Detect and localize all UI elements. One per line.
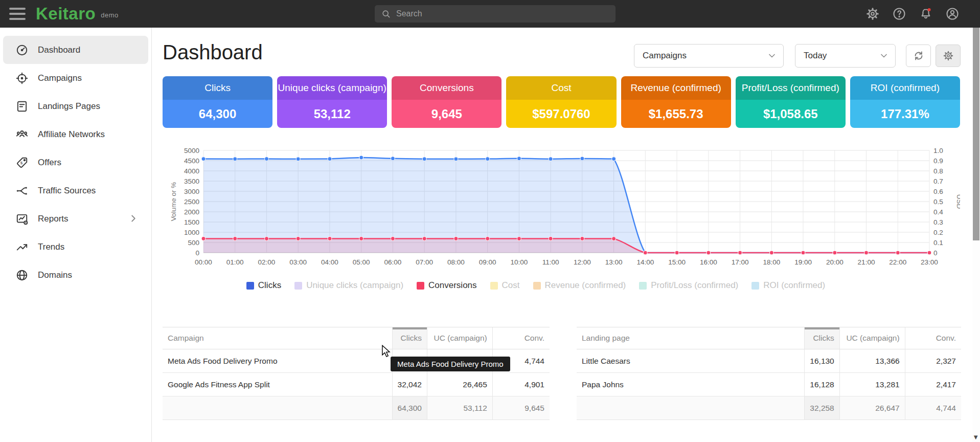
- svg-text:18:00: 18:00: [763, 258, 780, 266]
- svg-text:11:00: 11:00: [542, 258, 559, 266]
- svg-text:0: 0: [195, 249, 199, 257]
- svg-text:4500: 4500: [184, 157, 199, 165]
- cell-conv: 2,417: [905, 373, 961, 396]
- sidebar-item-campaigns[interactable]: Campaigns: [3, 64, 148, 92]
- svg-text:0.8: 0.8: [933, 167, 943, 175]
- col-header-clicks-sorted[interactable]: Clicks: [392, 327, 427, 349]
- page-title: Dashboard: [163, 41, 263, 64]
- notifications-bell-icon[interactable]: [919, 7, 933, 21]
- cell-clicks: 16,130: [805, 349, 839, 373]
- notification-dot: [928, 8, 931, 11]
- col-header-uc[interactable]: UC (campaign): [427, 327, 492, 349]
- campaign-name[interactable]: Google Ads Fitness App Split: [163, 373, 392, 396]
- legend-item-profit-loss[interactable]: Profit/Loss (confirmed): [639, 280, 738, 291]
- legend-item-clicks[interactable]: Clicks: [246, 280, 281, 291]
- legend-label: Cost: [502, 280, 520, 291]
- refresh-button[interactable]: [906, 45, 931, 67]
- user-account-icon[interactable]: [945, 7, 960, 21]
- people-group-icon: [15, 128, 29, 141]
- landing-page-name[interactable]: Papa Johns: [577, 373, 805, 396]
- sidebar-label: Affiliate Networks: [38, 129, 105, 140]
- col-header-conv[interactable]: Conv.: [905, 327, 961, 349]
- sidebar-item-trends[interactable]: Trends: [3, 233, 148, 261]
- stat-card-value: $1,655.73: [621, 100, 731, 128]
- dashboard-gauge-icon: [15, 43, 29, 57]
- scrollbar-thumb[interactable]: [973, 28, 979, 240]
- settings-icon[interactable]: [865, 7, 880, 21]
- svg-text:21:00: 21:00: [858, 258, 875, 266]
- svg-text:Volume or %: Volume or %: [170, 182, 177, 222]
- sidebar-item-domains[interactable]: Domains: [3, 261, 148, 289]
- col-header-landing-page[interactable]: Landing page: [577, 327, 805, 349]
- table-row[interactable]: Papa Johns 16,128 13,281 2,417: [577, 373, 961, 396]
- sidebar-label: Trends: [38, 242, 64, 252]
- stat-card-value: 53,112: [277, 100, 387, 128]
- stat-card-label: Profit/Loss (confirmed): [736, 76, 846, 100]
- totals-row: 32,258 26,647 4,744: [577, 396, 961, 420]
- cell-uc: 13,281: [839, 373, 905, 396]
- legend-item-conversions[interactable]: Conversions: [417, 280, 477, 291]
- topbar: Keitarodemo: [0, 0, 980, 28]
- col-header-clicks-sorted[interactable]: Clicks: [805, 327, 839, 349]
- stat-card-revenue: Revenue (confirmed)$1,655.73: [621, 76, 731, 128]
- cell-clicks: 32,042: [392, 373, 427, 396]
- chevron-down-icon: [879, 51, 889, 61]
- campaign-name[interactable]: Meta Ads Food Delivery Promo: [163, 349, 392, 373]
- landing-pages-table: Landing page Clicks UC (campaign) Conv. …: [577, 327, 961, 420]
- svg-text:4000: 4000: [184, 167, 199, 175]
- svg-text:0: 0: [933, 249, 938, 257]
- totals-row: 64,300 53,112 9,645: [163, 396, 550, 420]
- svg-text:19:00: 19:00: [794, 258, 812, 266]
- sidebar-label: Reports: [38, 214, 69, 224]
- menu-toggle-icon[interactable]: [9, 8, 26, 20]
- global-search[interactable]: [375, 5, 616, 23]
- svg-text:15:00: 15:00: [668, 258, 686, 266]
- svg-text:1500: 1500: [184, 218, 199, 226]
- svg-text:04:00: 04:00: [321, 258, 338, 266]
- date-range-select[interactable]: Today: [795, 44, 896, 68]
- stat-card-label: Revenue (confirmed): [621, 76, 731, 100]
- refresh-icon: [913, 50, 924, 61]
- sidebar-item-reports[interactable]: Reports: [3, 205, 148, 233]
- sidebar-item-dashboard[interactable]: Dashboard: [3, 36, 148, 64]
- legend-item-cost[interactable]: Cost: [490, 280, 520, 291]
- search-input[interactable]: [396, 9, 609, 18]
- table-row[interactable]: Little Caesars 16,130 13,366 2,327: [577, 349, 961, 373]
- svg-text:3500: 3500: [184, 178, 199, 185]
- legend-item-revenue[interactable]: Revenue (confirmed): [533, 280, 626, 291]
- legend-item-unique-clicks[interactable]: Unique clicks (campaign): [294, 280, 403, 291]
- totals-uc: 26,647: [839, 396, 905, 420]
- cell-uc: 26,465: [427, 373, 492, 396]
- app-logo[interactable]: Keitarodemo: [36, 4, 119, 24]
- sidebar-item-landings-pages[interactable]: Landings Pages: [3, 92, 148, 120]
- sidebar-item-affiliate-networks[interactable]: Affiliate Networks: [3, 120, 148, 148]
- sidebar-item-offers[interactable]: $ Offers: [3, 148, 148, 176]
- help-icon[interactable]: [892, 7, 906, 21]
- stat-card-value: $597.0760: [506, 100, 616, 128]
- legend-label: Clicks: [258, 280, 281, 291]
- legend-item-roi[interactable]: ROI (confirmed): [751, 280, 825, 291]
- campaigns-filter-select[interactable]: Campaigns: [634, 44, 784, 68]
- table-row[interactable]: Google Ads Fitness App Split 32,042 26,4…: [163, 373, 550, 396]
- svg-text:22:00: 22:00: [889, 258, 906, 266]
- svg-text:0.9: 0.9: [933, 157, 943, 165]
- page-scrollbar[interactable]: ▼: [972, 28, 980, 442]
- landing-page-name[interactable]: Little Caesars: [577, 349, 805, 373]
- col-header-uc[interactable]: UC (campaign): [839, 327, 905, 349]
- line-chart-canvas: 0500100015002000250030003500400045005000…: [163, 144, 960, 272]
- col-header-campaign[interactable]: Campaign: [163, 327, 392, 349]
- totals-spacer: [577, 396, 805, 420]
- svg-text:12:00: 12:00: [574, 258, 591, 266]
- svg-text:02:00: 02:00: [258, 258, 276, 266]
- legend-swatch: [533, 282, 541, 290]
- svg-text:10:00: 10:00: [510, 258, 528, 266]
- sidebar-item-traffic-sources[interactable]: Traffic Sources: [3, 176, 148, 205]
- scroll-down-arrow-icon[interactable]: ▼: [972, 433, 979, 441]
- dashboard-settings-button[interactable]: [936, 45, 961, 67]
- sidebar-label: Traffic Sources: [38, 186, 96, 196]
- legend-swatch: [417, 282, 424, 290]
- svg-text:14:00: 14:00: [636, 258, 654, 266]
- svg-text:$: $: [20, 160, 23, 165]
- legend-label: ROI (confirmed): [763, 280, 825, 291]
- col-header-conv[interactable]: Conv.: [492, 327, 550, 349]
